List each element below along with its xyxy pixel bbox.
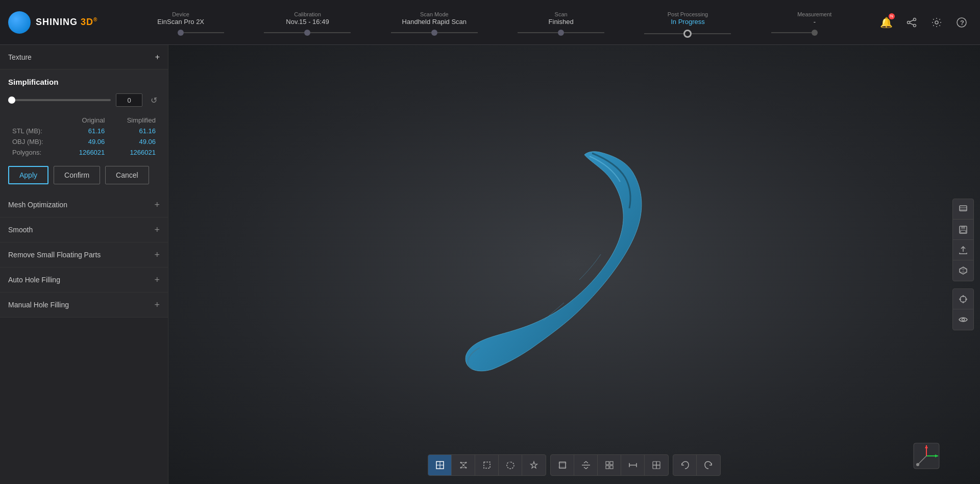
sidebar-section-plus-mesh-optimization[interactable]: + [154, 200, 160, 210]
right-toolbar-group-2 [952, 288, 974, 330]
stats-header-label [8, 115, 62, 126]
simplification-title: Simplification [8, 78, 160, 86]
simplification-slider-row: ↺ [8, 93, 160, 107]
step-calibration[interactable]: Calibration Nov.15 - 16:49 [264, 11, 351, 36]
step-dot-post-processing [683, 30, 692, 38]
right-toolbar-group-1 [952, 199, 974, 281]
flip-button[interactable] [574, 455, 598, 475]
right-toolbar [952, 199, 974, 330]
stats-cell-original: 61.16 [62, 126, 109, 136]
svg-line-35 [461, 465, 463, 468]
simplification-value-input[interactable] [116, 93, 142, 107]
svg-line-34 [463, 463, 466, 465]
sidebar-section-header-auto-hole-filling[interactable]: Auto Hole Filling + [0, 268, 168, 292]
stats-cell-original: 49.06 [62, 136, 109, 147]
sidebar-section-label-manual-hole-filling: Manual Hole Filling [8, 301, 69, 309]
sidebar-section-header-smooth[interactable]: Smooth + [0, 217, 168, 242]
apply-button[interactable]: Apply [8, 166, 48, 184]
lasso-button[interactable] [499, 455, 522, 475]
topbar-icons: 🔔 N ? [878, 13, 980, 32]
svg-rect-44 [610, 462, 613, 465]
logo-text: SHINING 3D® [36, 17, 97, 28]
crosshair-button[interactable] [953, 289, 973, 309]
step-device[interactable]: Device EinScan Pro 2X [137, 11, 224, 36]
step-scan[interactable]: Scan Finished [518, 11, 604, 36]
simplification-slider-track[interactable] [8, 99, 111, 101]
sidebar-section-plus-smooth[interactable]: + [154, 225, 160, 235]
simplification-panel: Simplification ↺ Original Simplified STL… [0, 69, 168, 192]
save-button[interactable] [953, 220, 973, 240]
svg-point-5 [935, 21, 938, 24]
eye-button[interactable] [953, 309, 973, 330]
texture-label: Texture [8, 53, 32, 61]
notification-badge: N [889, 13, 895, 19]
svg-rect-38 [484, 462, 490, 468]
step-dot-calibration [304, 30, 310, 36]
sidebar-section-manual-hole-filling: Manual Hole Filling + [0, 293, 168, 318]
logo-globe-icon [8, 11, 31, 34]
stats-header-original: Original [62, 115, 109, 126]
sidebar-section-header-mesh-optimization[interactable]: Mesh Optimization + [0, 192, 168, 217]
step-post-processing[interactable]: Post Processing In Progress [644, 11, 731, 38]
step-measurement[interactable]: Measurement - [771, 11, 858, 36]
step-dot-measurement [812, 30, 818, 36]
sidebar-section-auto-hole-filling: Auto Hole Filling + [0, 268, 168, 293]
grid-button[interactable] [598, 455, 621, 475]
sidebar-section-plus-remove-small-floating-parts[interactable]: + [154, 250, 160, 260]
simplification-slider-thumb[interactable] [8, 96, 15, 104]
mesh-mode-button[interactable] [452, 455, 475, 475]
sidebar-section-label-smooth: Smooth [8, 226, 33, 234]
sidebar-section-label-auto-hole-filling: Auto Hole Filling [8, 276, 60, 284]
stats-cell-simplified: 1266021 [109, 147, 160, 158]
sidebar-section-label-mesh-optimization: Mesh Optimization [8, 201, 67, 209]
stats-cell-label: STL (MB): [8, 126, 62, 136]
cube-button[interactable] [953, 260, 973, 281]
simplification-reset-button[interactable]: ↺ [148, 94, 160, 106]
stats-row: Polygons: 1266021 1266021 [8, 147, 160, 158]
stats-cell-label: OBJ (MB): [8, 136, 62, 147]
nav-steps: Device EinScan Pro 2X Calibration Nov.15… [117, 7, 878, 38]
topbar: SHINING 3D® Device EinScan Pro 2X Calibr… [0, 0, 980, 45]
stats-cell-label: Polygons: [8, 147, 62, 158]
svg-text:?: ? [960, 19, 964, 27]
frame-mode-button[interactable] [428, 455, 452, 475]
upload-button[interactable] [953, 240, 973, 260]
select-rect-button[interactable] [475, 455, 499, 475]
simplification-button-row: Apply Confirm Cancel [8, 166, 160, 184]
measure-button[interactable] [621, 455, 645, 475]
new-icon[interactable]: 🔔 N [878, 13, 895, 32]
sidebar-section-header-remove-small-floating-parts[interactable]: Remove Small Floating Parts + [0, 243, 168, 267]
sidebar-section-header-manual-hole-filling[interactable]: Manual Hole Filling + [0, 293, 168, 317]
step-scan-mode[interactable]: Scan Mode Handheld Rapid Scan [391, 11, 478, 36]
sidebar-section-smooth: Smooth + [0, 217, 168, 243]
logo-area: SHINING 3D® [0, 11, 117, 34]
axis-indicator [909, 438, 944, 474]
texture-plus-icon[interactable]: + [155, 53, 160, 62]
settings-icon[interactable] [928, 13, 945, 32]
help-icon[interactable]: ? [953, 13, 970, 32]
cancel-button[interactable]: Cancel [105, 166, 149, 184]
stats-cell-original: 1266021 [62, 147, 109, 158]
stats-header-simplified: Simplified [109, 115, 160, 126]
sidebar-section-plus-manual-hole-filling[interactable]: + [154, 300, 160, 310]
bottom-toolbar-group-2 [550, 454, 669, 476]
step-dot-scan [558, 30, 564, 36]
sidebar-section-plus-auto-hole-filling[interactable]: + [154, 275, 160, 285]
magic-select-button[interactable] [522, 455, 546, 475]
texture-section-header[interactable]: Texture + [0, 45, 168, 69]
stats-row: STL (MB): 61.16 61.16 [8, 126, 160, 136]
redo-button[interactable] [697, 455, 720, 475]
confirm-button[interactable]: Confirm [54, 166, 100, 184]
svg-rect-43 [606, 462, 609, 465]
step-dot-scan-mode [431, 30, 437, 36]
3d-object [442, 122, 707, 407]
layers-button[interactable] [953, 199, 973, 220]
svg-rect-45 [606, 466, 609, 469]
split-button[interactable] [645, 455, 668, 475]
crop-button[interactable] [551, 455, 574, 475]
undo-button[interactable] [673, 455, 697, 475]
share-icon[interactable] [903, 13, 920, 32]
viewport[interactable] [168, 45, 980, 484]
svg-line-33 [461, 463, 463, 465]
sidebar-section-label-remove-small-floating-parts: Remove Small Floating Parts [8, 251, 101, 259]
